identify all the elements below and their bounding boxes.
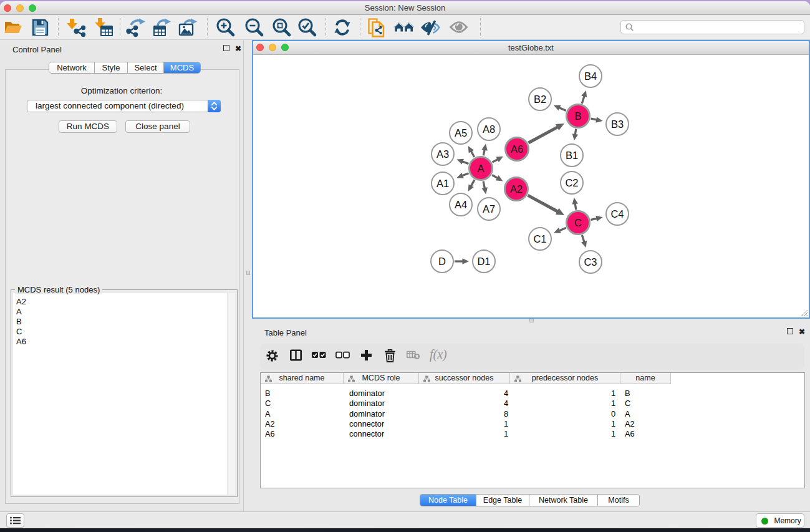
- svg-text:C: C: [574, 217, 582, 228]
- svg-text:A8: A8: [483, 123, 495, 135]
- svg-text:B2: B2: [534, 94, 546, 105]
- svg-text:A: A: [477, 163, 484, 174]
- svg-text:A5: A5: [455, 127, 467, 138]
- svg-text:A3: A3: [436, 148, 449, 160]
- svg-text:B: B: [574, 110, 581, 122]
- svg-text:A4: A4: [455, 199, 467, 210]
- svg-text:C3: C3: [584, 256, 597, 268]
- svg-text:B4: B4: [584, 70, 597, 82]
- svg-text:C4: C4: [610, 208, 624, 220]
- svg-text:B3: B3: [611, 118, 624, 130]
- svg-text:A6: A6: [511, 143, 523, 155]
- svg-text:D1: D1: [477, 256, 490, 267]
- svg-text:A1: A1: [436, 178, 449, 189]
- svg-text:B1: B1: [566, 150, 578, 161]
- svg-text:A2: A2: [510, 183, 523, 195]
- svg-text:D: D: [438, 256, 446, 267]
- svg-text:C1: C1: [533, 233, 546, 244]
- svg-text:A7: A7: [483, 203, 495, 215]
- svg-text:C2: C2: [565, 177, 578, 188]
